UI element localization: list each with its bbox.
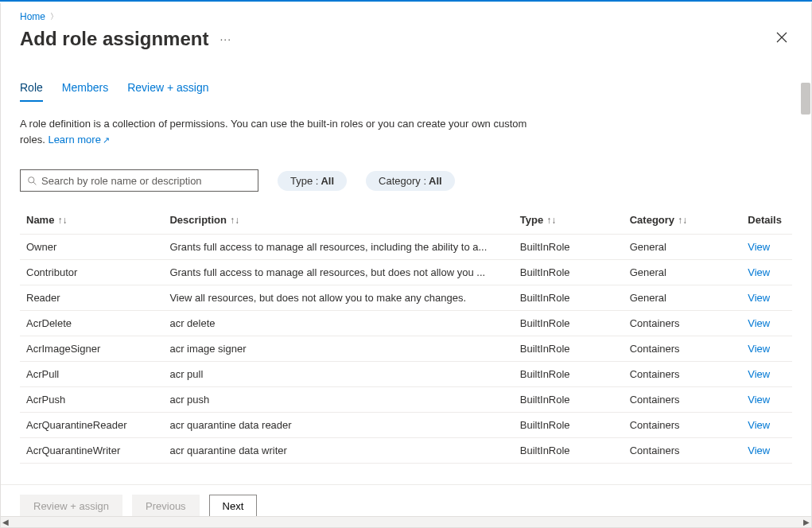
breadcrumb: Home 〉	[1, 3, 811, 22]
role-type-cell: BuiltInRole	[514, 387, 624, 413]
role-name-cell: AcrQuarantineReader	[20, 413, 163, 438]
next-button[interactable]: Next	[209, 495, 258, 518]
breadcrumb-home[interactable]: Home	[20, 11, 45, 22]
view-link[interactable]: View	[748, 419, 770, 431]
role-name-cell: AcrPush	[20, 387, 163, 413]
column-header-details: Details	[741, 206, 792, 235]
table-row[interactable]: AcrQuarantineWriteracr quarantine data w…	[20, 438, 792, 464]
filter-toolbar: Type : All Category : All	[20, 169, 792, 192]
table-row[interactable]: AcrDeleteacr deleteBuiltInRoleContainers…	[20, 311, 792, 336]
table-row[interactable]: AcrPullacr pullBuiltInRoleContainersView	[20, 362, 792, 387]
role-type-cell: BuiltInRole	[514, 438, 624, 464]
table-row[interactable]: AcrQuarantineReaderacr quarantine data r…	[20, 413, 792, 438]
role-description-cell: acr delete	[169, 317, 488, 329]
role-type-cell: BuiltInRole	[514, 285, 624, 311]
view-link[interactable]: View	[748, 241, 770, 253]
horizontal-scrollbar[interactable]: ◀ ▶	[1, 516, 811, 527]
sort-icon: ↑↓	[230, 215, 239, 226]
role-type-cell: BuiltInRole	[514, 260, 624, 285]
view-link[interactable]: View	[748, 317, 770, 329]
chevron-right-icon: 〉	[50, 11, 58, 22]
view-link[interactable]: View	[748, 368, 770, 380]
role-description-cell: Grants full access to manage all resourc…	[169, 241, 488, 253]
role-type-cell: BuiltInRole	[514, 362, 624, 387]
role-category-cell: Containers	[624, 413, 742, 438]
search-icon	[27, 176, 37, 186]
role-name-cell: AcrImageSigner	[20, 336, 163, 362]
roles-table: Name↑↓ Description↑↓ Type↑↓ Category↑↓ D…	[20, 206, 792, 464]
role-category-cell: General	[624, 235, 742, 260]
column-header-type[interactable]: Type↑↓	[514, 206, 624, 235]
role-description-cell: acr quarantine data reader	[169, 419, 488, 431]
page-title: Add role assignment	[20, 28, 208, 50]
role-category-cell: Containers	[624, 336, 742, 362]
svg-line-1	[33, 182, 36, 184]
tab-review-assign[interactable]: Review + assign	[127, 81, 208, 102]
category-filter-pill[interactable]: Category : All	[366, 171, 455, 191]
page-header: Add role assignment ···	[1, 22, 811, 62]
table-row[interactable]: OwnerGrants full access to manage all re…	[20, 235, 792, 260]
role-category-cell: General	[624, 260, 742, 285]
view-link[interactable]: View	[748, 343, 770, 355]
sort-icon: ↑↓	[57, 215, 67, 226]
role-description-cell: acr image signer	[169, 343, 488, 355]
table-row[interactable]: ContributorGrants full access to manage …	[20, 260, 792, 285]
role-category-cell: Containers	[624, 311, 742, 336]
view-link[interactable]: View	[748, 394, 770, 406]
sort-icon: ↑↓	[678, 215, 687, 226]
table-row[interactable]: AcrImageSigneracr image signerBuiltInRol…	[20, 336, 792, 362]
scroll-right-icon[interactable]: ▶	[803, 518, 810, 526]
svg-point-0	[29, 177, 34, 182]
role-category-cell: Containers	[624, 438, 742, 464]
view-link[interactable]: View	[748, 266, 770, 278]
review-assign-button: Review + assign	[20, 495, 122, 518]
view-link[interactable]: View	[748, 292, 770, 304]
learn-more-link[interactable]: Learn more↗	[48, 134, 109, 146]
role-category-cell: General	[624, 285, 742, 311]
role-type-cell: BuiltInRole	[514, 311, 624, 336]
role-type-cell: BuiltInRole	[514, 336, 624, 362]
tab-role[interactable]: Role	[20, 81, 43, 102]
external-link-icon: ↗	[103, 135, 110, 145]
role-name-cell: Owner	[20, 235, 163, 260]
role-description-cell: acr pull	[169, 368, 488, 380]
more-actions-button[interactable]: ···	[220, 33, 231, 45]
role-name-cell: AcrPull	[20, 362, 163, 387]
role-description-cell: acr quarantine data writer	[169, 445, 488, 456]
tab-bar: Role Members Review + assign	[20, 81, 792, 102]
search-input[interactable]	[21, 170, 258, 191]
scroll-left-icon[interactable]: ◀	[2, 518, 9, 526]
role-description-cell: acr push	[169, 394, 488, 406]
close-button[interactable]	[771, 27, 792, 51]
role-description-cell: Grants full access to manage all resourc…	[169, 266, 488, 278]
role-name-cell: Contributor	[20, 260, 163, 285]
role-name-cell: AcrQuarantineWriter	[20, 438, 163, 464]
role-type-cell: BuiltInRole	[514, 413, 624, 438]
scrollbar-thumb[interactable]	[801, 83, 810, 115]
role-name-cell: AcrDelete	[20, 311, 163, 336]
role-description-cell: View all resources, but does not allow y…	[169, 292, 488, 304]
close-icon	[776, 32, 787, 43]
description-text: A role definition is a collection of per…	[20, 116, 529, 147]
role-category-cell: Containers	[624, 362, 742, 387]
table-row[interactable]: AcrPushacr pushBuiltInRoleContainersView	[20, 387, 792, 413]
role-type-cell: BuiltInRole	[514, 235, 624, 260]
role-name-cell: Reader	[20, 285, 163, 311]
column-header-name[interactable]: Name↑↓	[20, 206, 163, 235]
search-box[interactable]	[20, 169, 258, 192]
sort-icon: ↑↓	[546, 215, 556, 226]
column-header-category[interactable]: Category↑↓	[624, 206, 742, 235]
table-row[interactable]: ReaderView all resources, but does not a…	[20, 285, 792, 311]
type-filter-pill[interactable]: Type : All	[278, 171, 347, 191]
tab-members[interactable]: Members	[62, 81, 108, 102]
view-link[interactable]: View	[748, 445, 770, 456]
previous-button: Previous	[132, 495, 200, 518]
column-header-description[interactable]: Description↑↓	[163, 206, 513, 235]
role-category-cell: Containers	[624, 387, 742, 413]
content-scroll[interactable]: Role Members Review + assign A role defi…	[1, 62, 811, 484]
